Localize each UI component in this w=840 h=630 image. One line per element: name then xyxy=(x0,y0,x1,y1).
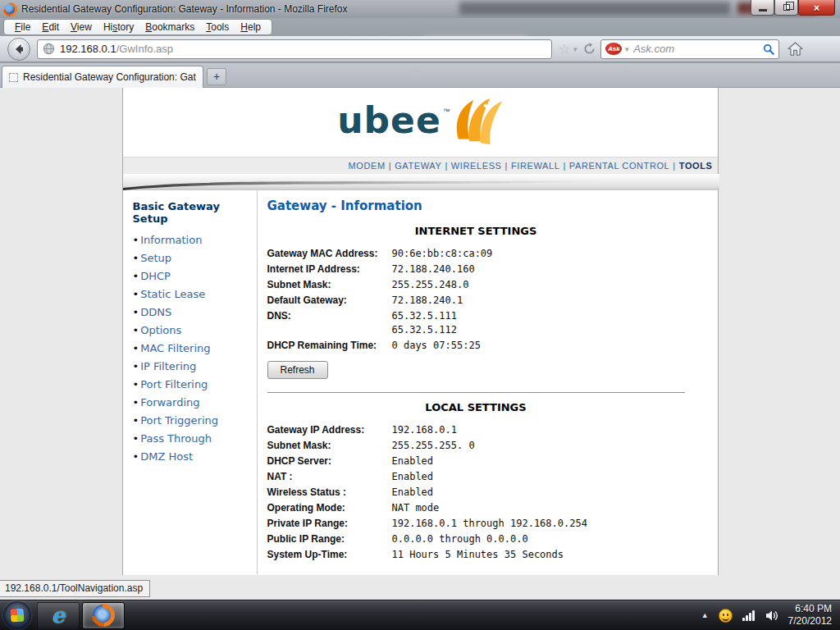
menu-tools[interactable]: Tools xyxy=(200,20,235,34)
internet-settings-heading: INTERNET SETTINGS xyxy=(267,225,685,237)
sidebar-item-ddns[interactable]: DDNS xyxy=(133,304,257,322)
menu-file[interactable]: File xyxy=(9,20,36,34)
bookmark-dropdown-icon[interactable]: ▼ xyxy=(572,46,578,53)
browser-viewport: ubee ™ MODEM|GATEWAY|WIRELESS|FIREWALL|P… xyxy=(0,88,840,600)
sidebar-item-information[interactable]: Information xyxy=(133,231,257,249)
refresh-button[interactable]: Refresh xyxy=(267,361,328,379)
menu-pill: FileEditViewHistoryBookmarksToolsHelp xyxy=(3,19,272,35)
site-nav-link-firewall[interactable]: FIREWALL xyxy=(511,161,559,171)
nav-separator: | xyxy=(445,161,447,171)
ubee-logo: ubee ™ xyxy=(337,96,503,148)
search-magnifier-icon[interactable] xyxy=(763,43,774,55)
reload-icon[interactable] xyxy=(582,43,596,55)
section-divider xyxy=(267,392,685,393)
tab-residential-gateway[interactable]: Residential Gateway Configuration: Gate.… xyxy=(2,66,203,88)
settings-row: DNS:65.32.5.11165.32.5.112 xyxy=(267,309,685,337)
tab-favicon xyxy=(9,73,18,82)
back-button[interactable] xyxy=(7,38,30,61)
settings-row: Wireless Status :Enabled xyxy=(267,486,685,500)
nav-separator: | xyxy=(563,161,565,171)
settings-row: Operating Mode:NAT mode xyxy=(267,501,685,515)
volume-icon[interactable] xyxy=(765,609,778,622)
taskbar-ie-button[interactable]: e xyxy=(37,602,80,629)
settings-row: Default Gateway:72.188.240.1 xyxy=(267,294,685,308)
setting-value: 90:6e:bb:c8:ca:09 xyxy=(392,247,493,261)
clock-date: 7/20/2012 xyxy=(788,615,832,628)
menu-help[interactable]: Help xyxy=(235,20,267,34)
start-button[interactable] xyxy=(3,601,31,629)
new-tab-button[interactable]: + xyxy=(207,68,226,85)
taskbar-clock[interactable]: 6:40 PM 7/20/2012 xyxy=(788,603,840,628)
menu-view[interactable]: View xyxy=(65,20,98,34)
site-nav-link-modem[interactable]: MODEM xyxy=(349,161,386,171)
setting-label: Operating Mode: xyxy=(267,501,392,515)
messenger-smiley-icon[interactable] xyxy=(719,609,733,623)
site-nav-link-tools[interactable]: TOOLS xyxy=(679,161,713,171)
close-button[interactable]: × xyxy=(798,0,835,16)
sidebar-item-dhcp[interactable]: DHCP xyxy=(133,267,257,285)
setting-value: 72.188.240.160 xyxy=(392,262,475,276)
setting-value: NAT mode xyxy=(392,501,440,515)
close-icon: × xyxy=(814,2,820,14)
menu-bar: FileEditViewHistoryBookmarksToolsHelp xyxy=(0,18,840,36)
setting-value: Enabled xyxy=(392,486,434,500)
setting-label: Gateway MAC Address: xyxy=(267,247,392,261)
nav-separator: | xyxy=(505,161,508,171)
settings-row: NAT :Enabled xyxy=(267,470,685,484)
sidebar-item-setup[interactable]: Setup xyxy=(133,249,257,267)
site-nav: MODEM|GATEWAY|WIRELESS|FIREWALL|PARENTAL… xyxy=(123,157,718,174)
site-nav-link-gateway[interactable]: GATEWAY xyxy=(395,161,441,171)
minimize-icon xyxy=(759,9,767,11)
setting-value: 255.255.255. 0 xyxy=(392,439,475,453)
menu-bookmarks[interactable]: Bookmarks xyxy=(139,20,200,34)
setting-value: 0 days 07:55:25 xyxy=(392,339,481,353)
site-nav-link-wireless[interactable]: WIRELESS xyxy=(451,161,502,171)
firefox-app-icon xyxy=(4,3,16,16)
taskbar-firefox-button[interactable] xyxy=(82,602,125,629)
sidebar-item-ip-filtering[interactable]: IP Filtering xyxy=(133,358,257,376)
windows-logo-icon xyxy=(10,608,24,622)
clock-time: 6:40 PM xyxy=(788,603,832,615)
sidebar-item-mac-filtering[interactable]: MAC Filtering xyxy=(133,340,257,358)
url-path: /GwInfo.asp xyxy=(116,43,173,55)
sidebar-item-forwarding[interactable]: Forwarding xyxy=(133,394,257,412)
sidebar-item-port-triggering[interactable]: Port Triggering xyxy=(133,412,257,430)
setting-label: DNS: xyxy=(267,309,392,337)
sidebar-item-options[interactable]: Options xyxy=(133,322,257,340)
restore-icon xyxy=(783,4,790,11)
url-text[interactable]: 192.168.0.1/GwInfo.asp xyxy=(60,43,173,55)
url-bar[interactable]: 192.168.0.1/GwInfo.asp xyxy=(37,39,552,59)
setting-value: Enabled xyxy=(392,470,434,484)
settings-row: Gateway IP Address:192.168.0.1 xyxy=(267,423,685,437)
setting-label: Subnet Mask: xyxy=(267,439,392,453)
menu-history[interactable]: History xyxy=(98,20,139,34)
search-box[interactable]: Ask ▼ xyxy=(600,39,779,59)
setting-value: 11 Hours 5 Minutes 35 Seconds xyxy=(392,548,564,562)
setting-label: Public IP Range: xyxy=(267,532,392,546)
network-signal-icon[interactable] xyxy=(742,610,756,621)
sidebar: Basic Gateway Setup InformationSetupDHCP… xyxy=(123,190,258,574)
restore-button[interactable] xyxy=(774,0,798,16)
setting-value: 192.168.0.1 through 192.168.0.254 xyxy=(392,517,587,531)
show-hidden-icons-button[interactable]: ▲ xyxy=(701,611,709,619)
sidebar-item-port-filtering[interactable]: Port Filtering xyxy=(133,376,257,394)
system-tray: ▲ 6:40 PM 7/20/2012 xyxy=(701,603,840,628)
settings-row: DHCP Server:Enabled xyxy=(267,454,685,468)
search-engine-dropdown-icon[interactable]: ▼ xyxy=(623,46,630,53)
setting-label: Gateway IP Address: xyxy=(267,423,392,437)
sidebar-item-static-lease[interactable]: Static Lease xyxy=(133,285,257,304)
nav-separator: | xyxy=(673,161,675,171)
menu-edit[interactable]: Edit xyxy=(36,20,65,34)
sidebar-item-pass-through[interactable]: Pass Through xyxy=(133,430,257,448)
settings-row: Internet IP Address:72.188.240.160 xyxy=(267,262,685,276)
settings-row: System Up-Time:11 Hours 5 Minutes 35 Sec… xyxy=(267,548,685,562)
window-titlebar: Residential Gateway Configuration: Gatew… xyxy=(0,0,840,18)
ubee-fish-icon xyxy=(452,98,503,148)
minimize-button[interactable] xyxy=(751,0,774,16)
search-input[interactable] xyxy=(633,43,763,55)
bookmark-star-icon[interactable]: ☆ xyxy=(559,43,570,56)
sidebar-item-dmz-host[interactable]: DMZ Host xyxy=(133,448,257,466)
ask-logo-icon[interactable]: Ask xyxy=(605,43,622,55)
site-nav-link-parental-control[interactable]: PARENTAL CONTROL xyxy=(569,161,669,171)
home-icon[interactable] xyxy=(788,42,803,56)
